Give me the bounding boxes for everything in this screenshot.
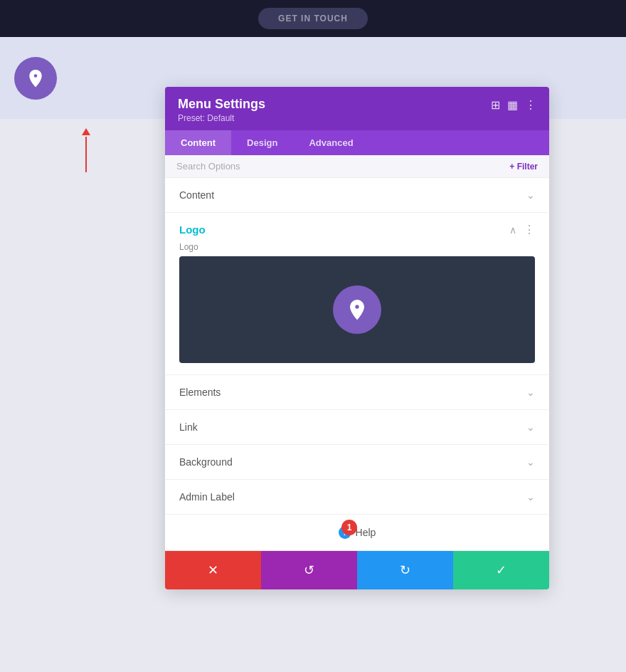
section-elements-header[interactable]: Elements ⌄: [165, 375, 549, 409]
filter-button[interactable]: + Filter: [509, 162, 538, 172]
tab-design[interactable]: Design: [231, 130, 293, 155]
panel-header: Menu Settings Preset: Default ⊞ ▦ ⋮: [165, 87, 549, 130]
panel-title: Menu Settings: [178, 97, 265, 112]
search-options-label: Search Options: [176, 161, 240, 172]
panel-header-actions: ⊞ ▦ ⋮: [491, 98, 536, 112]
site-logo: [14, 57, 57, 100]
section-link-label: Link: [179, 421, 198, 433]
top-bar: GET IN TOUCH: [0, 0, 626, 37]
cancel-button[interactable]: ✕: [165, 551, 261, 589]
section-elements-chevron: ⌄: [526, 387, 535, 398]
section-content-label: Content: [179, 189, 214, 201]
section-link-header[interactable]: Link ⌄: [165, 410, 549, 444]
section-elements: Elements ⌄: [165, 375, 549, 410]
confirm-button[interactable]: ✓: [453, 551, 549, 589]
logo-preview-area[interactable]: [179, 256, 535, 363]
reset-button[interactable]: ↺: [261, 551, 357, 589]
redo-button[interactable]: ↻: [357, 551, 453, 589]
logo-section-title: Logo: [179, 224, 206, 236]
section-content-chevron: ⌄: [526, 189, 535, 201]
section-link: Link ⌄: [165, 410, 549, 445]
tab-content[interactable]: Content: [165, 130, 231, 155]
badge-1: 1: [341, 520, 357, 535]
logo-preview-container: 1: [165, 256, 549, 363]
tab-advanced[interactable]: Advanced: [293, 130, 368, 155]
section-background-header[interactable]: Background ⌄: [165, 445, 549, 479]
get-in-touch-button[interactable]: GET IN TOUCH: [258, 8, 368, 29]
help-label[interactable]: Help: [356, 527, 376, 538]
panel-actions: ✕ ↺ ↻ ✓: [165, 550, 549, 589]
section-background-label: Background: [179, 456, 233, 468]
logo-section-actions: ∧ ⋮: [509, 223, 535, 236]
arrow-head: [82, 128, 90, 135]
section-link-chevron: ⌄: [526, 421, 535, 433]
fullscreen-icon[interactable]: ⊞: [491, 98, 500, 112]
logo-section-chevron-up[interactable]: ∧: [509, 224, 516, 236]
section-content: Content ⌄: [165, 178, 549, 213]
red-arrow-indicator: [82, 128, 90, 172]
section-elements-label: Elements: [179, 387, 221, 398]
search-bar: Search Options + Filter: [165, 155, 549, 178]
logo-preview-pin-icon: [346, 298, 368, 321]
section-content-header[interactable]: Content ⌄: [165, 178, 549, 212]
more-options-icon[interactable]: ⋮: [525, 98, 536, 112]
logo-preview-circle: [333, 285, 381, 334]
logo-field-label: Logo: [165, 242, 549, 256]
location-pin-icon: [26, 68, 46, 88]
panel-header-info: Menu Settings Preset: Default: [178, 97, 265, 123]
section-admin-label-chevron: ⌄: [526, 491, 535, 503]
logo-section-more-icon[interactable]: ⋮: [524, 223, 535, 236]
columns-icon[interactable]: ▦: [507, 98, 518, 112]
help-row: ? Help: [165, 515, 549, 550]
section-admin-label-header[interactable]: Admin Label ⌄: [165, 480, 549, 514]
panel-tabs: Content Design Advanced: [165, 130, 549, 155]
section-logo: Logo ∧ ⋮ Logo 1: [165, 213, 549, 375]
section-admin-label-text: Admin Label: [179, 491, 235, 503]
section-admin-label: Admin Label ⌄: [165, 480, 549, 515]
section-background: Background ⌄: [165, 445, 549, 480]
panel-preset[interactable]: Preset: Default: [178, 113, 265, 123]
section-background-chevron: ⌄: [526, 456, 535, 468]
arrow-line: [85, 137, 87, 172]
logo-section-header: Logo ∧ ⋮: [165, 213, 549, 242]
menu-settings-panel: Menu Settings Preset: Default ⊞ ▦ ⋮ Cont…: [165, 87, 549, 589]
